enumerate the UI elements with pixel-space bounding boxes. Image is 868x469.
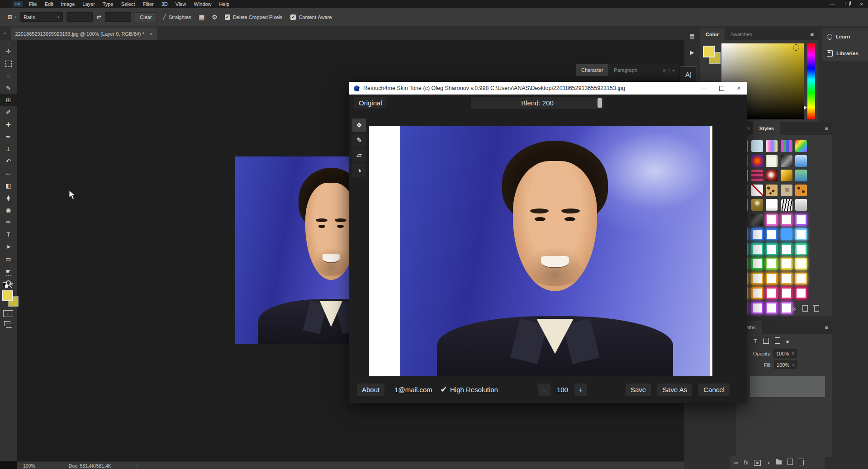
style-swatch[interactable] <box>766 140 778 152</box>
clear-button[interactable]: Clear <box>135 12 157 22</box>
document-tab-close-icon[interactable]: × <box>150 32 152 37</box>
crop-ratio-select[interactable]: Ratio ∨ <box>20 12 63 22</box>
eraser-tool[interactable]: ▱ <box>352 148 366 162</box>
gradient-tool[interactable]: ◧ <box>0 180 17 192</box>
layer-row[interactable] <box>750 376 825 397</box>
cancel-button[interactable]: Cancel <box>698 384 730 396</box>
style-swatch[interactable] <box>781 258 792 270</box>
dialog-minimize-button[interactable]: — <box>702 85 707 91</box>
style-swatch[interactable] <box>766 258 778 270</box>
path-selection-tool[interactable]: ➤ <box>0 241 17 253</box>
blur-tool[interactable]: ⧫ <box>0 192 17 204</box>
window-close-button[interactable]: ✕ <box>860 2 863 7</box>
style-swatch[interactable] <box>795 243 807 255</box>
layer-group-icon[interactable] <box>776 459 782 466</box>
original-toggle-button[interactable]: Original <box>354 97 387 109</box>
crop-tool-preset-icon[interactable]: ⊞ <box>7 14 12 20</box>
style-swatch[interactable] <box>751 243 763 255</box>
crop-settings-gear-icon[interactable]: ⚙ <box>212 14 218 21</box>
layers-panel-menu-icon[interactable]: ≡ <box>825 324 828 331</box>
style-swatch[interactable] <box>781 185 792 196</box>
menu-item-type[interactable]: Type <box>103 1 114 7</box>
dialog-title-bar[interactable]: Retouch4me Skin Tone (c) Oleg Sharonov v… <box>349 82 747 95</box>
object-selection-tool[interactable]: ✎ <box>0 82 17 94</box>
foreground-color-swatch[interactable] <box>2 290 13 301</box>
fit-screen-tool[interactable]: ❖ <box>352 118 366 132</box>
menu-item-edit[interactable]: Edit <box>45 1 53 7</box>
content-aware-checkbox[interactable]: ✓ Content-Aware <box>290 14 332 20</box>
pin-filter-icon[interactable]: ● <box>786 338 789 345</box>
style-swatch[interactable] <box>766 155 778 167</box>
style-swatch[interactable] <box>795 258 807 270</box>
collapsed-play-panel-icon[interactable]: ▶ <box>684 46 700 59</box>
fill-value-field[interactable]: 100% ∨ <box>774 360 797 369</box>
document-tab[interactable]: 22018652913655923153.jpg @ 100% (Layer 0… <box>11 28 157 40</box>
link-layers-icon[interactable]: ∞ <box>734 460 738 466</box>
style-swatch[interactable] <box>766 273 778 284</box>
high-resolution-check-icon[interactable]: ✔ <box>441 385 447 394</box>
style-swatch[interactable] <box>751 140 763 152</box>
menu-item-window[interactable]: Window <box>194 1 211 7</box>
quick-mask-button[interactable]: ◌ <box>3 310 13 317</box>
tool-preset-chevron-icon[interactable]: ∨ <box>14 15 17 19</box>
smart-object-filter-icon[interactable] <box>775 337 780 345</box>
healing-brush-tool[interactable]: ✚ <box>0 118 17 131</box>
hue-slider-arrow[interactable] <box>804 105 807 110</box>
learn-panel-button[interactable]: Learn <box>822 28 868 45</box>
menu-item-layer[interactable]: Layer <box>82 1 95 7</box>
tab-styles[interactable]: Styles <box>753 122 780 135</box>
style-swatch[interactable] <box>766 185 778 196</box>
window-restore-button[interactable] <box>845 2 850 6</box>
new-layer-icon[interactable] <box>787 459 793 466</box>
style-swatch[interactable] <box>751 170 763 181</box>
style-swatch[interactable] <box>795 228 807 240</box>
menu-item-filter[interactable]: Filter <box>142 1 153 7</box>
contrast-tool[interactable]: ◑ <box>352 163 366 177</box>
rectangle-tool[interactable]: ▭ <box>0 253 17 265</box>
screen-mode-button[interactable] <box>4 321 12 327</box>
style-swatch[interactable] <box>781 199 792 211</box>
menu-item-3d[interactable]: 3D <box>161 1 168 7</box>
style-swatch[interactable] <box>766 287 778 299</box>
clone-stamp-tool[interactable]: ⊥ <box>0 143 17 155</box>
dodge-tool[interactable]: ◉ <box>0 204 17 216</box>
style-swatch[interactable] <box>766 199 778 211</box>
blend-slider[interactable]: Blend: 200 <box>471 97 604 109</box>
tab-strip-chevrons-icon[interactable]: » <box>4 31 6 36</box>
delete-style-icon[interactable] <box>814 305 819 313</box>
crop-tool[interactable]: ⊞ <box>0 94 17 106</box>
foreground-color-swatch[interactable] <box>703 46 715 57</box>
collapsed-actions-panel-icon[interactable]: ▤ <box>684 29 700 43</box>
style-swatch[interactable] <box>781 155 792 167</box>
save-as-button[interactable]: Save As <box>657 384 692 396</box>
default-colors-icon[interactable]: ⇄ <box>3 282 14 289</box>
save-button[interactable]: Save <box>626 384 651 396</box>
crop-height-input[interactable] <box>105 12 131 22</box>
style-swatch[interactable] <box>795 170 807 181</box>
adjustment-layer-icon[interactable]: ◑ <box>767 460 770 466</box>
style-swatch[interactable] <box>795 199 807 211</box>
layer-effects-icon[interactable]: fx <box>744 460 748 466</box>
eraser-tool[interactable]: ▱ <box>0 167 17 180</box>
menu-item-file[interactable]: File <box>29 1 37 7</box>
style-swatch[interactable] <box>751 228 763 240</box>
straighten-button[interactable]: ╱ Straighten <box>163 14 191 20</box>
tab-swatches[interactable]: Swatches <box>725 28 758 40</box>
tab-color[interactable]: Color <box>700 28 725 40</box>
crop-width-input[interactable] <box>66 12 93 22</box>
about-button[interactable]: About <box>357 384 384 396</box>
style-swatch[interactable] <box>795 273 807 284</box>
collapsed-type-panel-icon[interactable]: A| <box>680 66 697 82</box>
style-swatch[interactable] <box>751 185 763 196</box>
hue-slider[interactable] <box>807 43 815 119</box>
crop-overlay-grid-icon[interactable]: ▦ <box>199 14 204 21</box>
menu-item-view[interactable]: View <box>175 1 186 7</box>
type-filter-icon[interactable]: T <box>754 338 757 345</box>
shape-filter-icon[interactable] <box>763 338 769 345</box>
styles-panel-menu-icon[interactable]: ≡ <box>825 125 828 132</box>
window-minimize-button[interactable]: — <box>830 2 835 7</box>
style-swatch[interactable] <box>751 214 763 226</box>
panel-menu-icon[interactable]: ≡ <box>672 66 675 73</box>
tab-paragraph[interactable]: Paragraph <box>608 64 642 76</box>
menu-item-image[interactable]: Image <box>61 1 75 7</box>
